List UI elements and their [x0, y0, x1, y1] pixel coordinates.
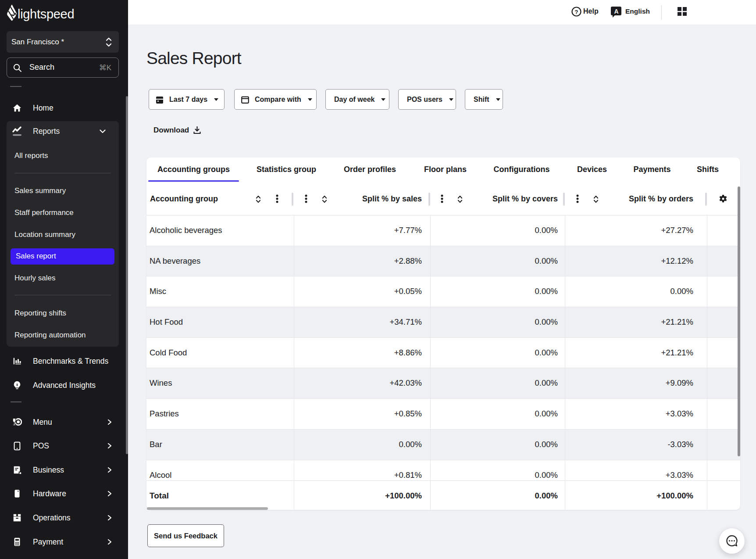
svg-text:A: A: [614, 8, 618, 15]
svg-text:?: ?: [575, 9, 578, 15]
svg-text:lightspeed: lightspeed: [18, 7, 74, 21]
